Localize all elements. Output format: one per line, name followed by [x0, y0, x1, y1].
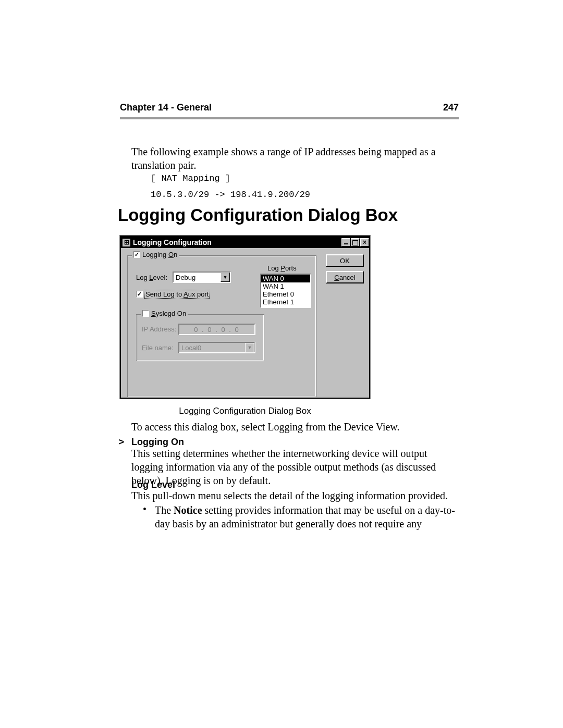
intro-paragraph: The following example shows a range of I…: [131, 145, 459, 172]
aux-port-checkbox-row[interactable]: Send Log to Aux port: [136, 290, 209, 298]
page-number: 247: [443, 102, 459, 113]
file-name-label: File name:: [142, 344, 174, 352]
syslogd-text: Syslogd On: [151, 310, 186, 317]
file-name-dropdown[interactable]: Local0 ▼: [178, 342, 255, 353]
close-button[interactable]: ×: [360, 238, 369, 246]
logging-on-text: Logging On: [142, 251, 177, 258]
minimize-button[interactable]: [341, 238, 350, 246]
dialog-title: Logging Configuration: [133, 238, 212, 246]
syslogd-checkbox[interactable]: [142, 310, 149, 317]
list-item[interactable]: WAN 1: [261, 282, 310, 290]
list-item[interactable]: Ethernet 1: [261, 298, 310, 306]
system-menu-icon[interactable]: ⊞: [122, 238, 131, 247]
file-name-value: Local0: [181, 344, 201, 352]
dropdown-arrow-icon[interactable]: ▼: [221, 273, 230, 282]
section-heading: Logging Configuration Dialog Box: [118, 205, 398, 225]
dropdown-arrow-icon[interactable]: ▼: [245, 343, 254, 352]
cancel-button[interactable]: Cancel: [326, 271, 364, 283]
bullet-marker: •: [143, 503, 146, 515]
chapter-label: Chapter 14 - General: [120, 102, 212, 113]
dialog-titlebar[interactable]: ⊞ Logging Configuration ×: [121, 237, 369, 248]
syslogd-checkbox-label[interactable]: Syslogd On: [141, 310, 188, 317]
list-item[interactable]: WAN 0: [261, 275, 310, 282]
running-header: Chapter 14 - General 247: [120, 102, 459, 113]
log-level-dropdown[interactable]: Debug ▼: [173, 272, 231, 283]
list-item[interactable]: Ethernet 0: [261, 290, 310, 298]
logging-on-text: This setting determines whether the inte…: [131, 447, 459, 487]
log-ports-label: Log Ports: [267, 264, 297, 272]
figure-caption: Logging Configuration Dialog Box: [120, 406, 370, 416]
logging-on-checkbox[interactable]: [133, 251, 140, 258]
logging-on-checkbox-label[interactable]: Logging On: [132, 251, 179, 258]
logging-on-heading: Logging On: [131, 437, 184, 448]
ip-address-input[interactable]: 0 . 0 . 0 . 0: [178, 324, 255, 335]
ip-address-label: IP Address:: [142, 325, 176, 333]
nat-mapping-code: [ NAT Mapping ] 10.5.3.0/29 -> 198.41.9.…: [151, 171, 310, 203]
syslogd-group: Syslogd On IP Address: 0 . 0 . 0 . 0 Fil…: [136, 314, 264, 361]
logging-on-group: Logging On Log Level: Debug ▼ Send Log t…: [127, 255, 316, 397]
ok-button[interactable]: OK: [326, 254, 364, 267]
aux-port-label: Send Log to Aux port: [145, 290, 209, 298]
header-rule: [120, 117, 459, 119]
section-marker: >: [118, 437, 124, 448]
log-ports-listbox[interactable]: WAN 0 WAN 1 Ethernet 0 Ethernet 1: [260, 274, 311, 308]
log-level-value: Debug: [176, 274, 195, 281]
logging-config-dialog: ⊞ Logging Configuration × Logging On Log…: [120, 236, 370, 399]
aux-port-checkbox[interactable]: [136, 291, 143, 298]
notice-bullet-text: The Notice setting provides information …: [155, 503, 459, 530]
log-level-text: This pull-down menu selects the detail o…: [131, 489, 459, 502]
maximize-button[interactable]: [351, 238, 360, 246]
access-paragraph: To access this dialog box, select Loggin…: [131, 421, 459, 433]
log-level-label: Log Level:: [136, 274, 167, 281]
